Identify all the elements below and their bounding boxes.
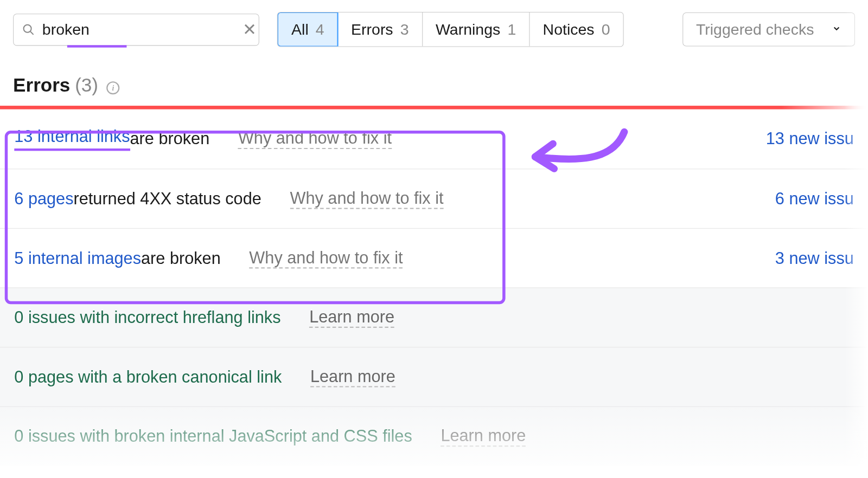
search-input[interactable] <box>42 20 235 38</box>
tab-notices-label: Notices <box>543 20 595 38</box>
tab-notices[interactable]: Notices 0 <box>529 12 623 46</box>
search-icon <box>22 23 35 36</box>
toolbar: ✕ All 4 Errors 3 Warnings 1 Notices 0 Tr… <box>0 0 868 54</box>
section-title: Errors <box>13 74 70 96</box>
learn-more-link[interactable]: Learn more <box>441 426 526 446</box>
resolved-text: 0 issues with incorrect hreflang links <box>14 308 280 327</box>
section-header: Errors (3) i <box>0 54 868 106</box>
search-highlight-underline <box>67 45 127 47</box>
tab-notices-count: 0 <box>602 20 610 38</box>
issue-text: are broken <box>130 130 210 148</box>
issue-link[interactable]: 5 internal images <box>14 249 141 268</box>
triggered-checks-label: Triggered checks <box>696 20 814 38</box>
svg-point-0 <box>24 24 31 32</box>
search-box[interactable]: ✕ <box>13 14 259 46</box>
issue-row[interactable]: 13 internal links are broken Why and how… <box>0 109 868 169</box>
issue-new-count[interactable]: 6 new issu <box>775 189 854 208</box>
resolved-row[interactable]: 0 pages with a broken canonical link Lea… <box>0 347 868 406</box>
tab-all[interactable]: All 4 <box>277 12 339 47</box>
tab-warnings-label: Warnings <box>436 20 500 38</box>
issue-link[interactable]: 6 pages <box>14 189 73 208</box>
tab-all-count: 4 <box>316 20 324 38</box>
resolved-row[interactable]: 0 issues with incorrect hreflang links L… <box>0 287 868 347</box>
issue-new-count[interactable]: 3 new issu <box>775 249 854 268</box>
info-icon[interactable]: i <box>106 81 119 94</box>
tab-all-label: All <box>291 20 309 38</box>
learn-more-link[interactable]: Learn more <box>310 367 395 387</box>
learn-more-link[interactable]: Learn more <box>309 307 394 327</box>
section-count: (3) <box>75 74 98 96</box>
svg-line-1 <box>30 31 34 35</box>
tab-warnings[interactable]: Warnings 1 <box>423 12 530 46</box>
issue-row[interactable]: 6 pages returned 4XX status code Why and… <box>0 169 868 228</box>
issue-help-link[interactable]: Why and how to fix it <box>238 129 392 149</box>
issue-row[interactable]: 5 internal images are broken Why and how… <box>0 228 868 288</box>
issue-help-link[interactable]: Why and how to fix it <box>290 189 443 209</box>
issue-link[interactable]: 13 internal links <box>14 127 130 151</box>
resolved-text: 0 pages with a broken canonical link <box>14 367 282 386</box>
triggered-checks-dropdown[interactable]: Triggered checks <box>682 12 855 46</box>
clear-icon[interactable]: ✕ <box>242 21 256 38</box>
issue-new-count[interactable]: 13 new issu <box>766 130 854 148</box>
chevron-down-icon <box>832 23 841 36</box>
issue-list: 13 internal links are broken Why and how… <box>0 109 868 466</box>
tab-errors-count: 3 <box>400 20 409 38</box>
issue-help-link[interactable]: Why and how to fix it <box>249 248 403 268</box>
issue-text: are broken <box>141 249 221 268</box>
tab-errors[interactable]: Errors 3 <box>338 12 423 46</box>
issue-text: returned 4XX status code <box>74 189 261 208</box>
filter-tabs: All 4 Errors 3 Warnings 1 Notices 0 <box>277 12 624 47</box>
tab-warnings-count: 1 <box>507 20 516 38</box>
resolved-text: 0 issues with broken internal JavaScript… <box>14 427 412 445</box>
resolved-row[interactable]: 0 issues with broken internal JavaScript… <box>0 406 868 466</box>
tab-errors-label: Errors <box>351 20 393 38</box>
